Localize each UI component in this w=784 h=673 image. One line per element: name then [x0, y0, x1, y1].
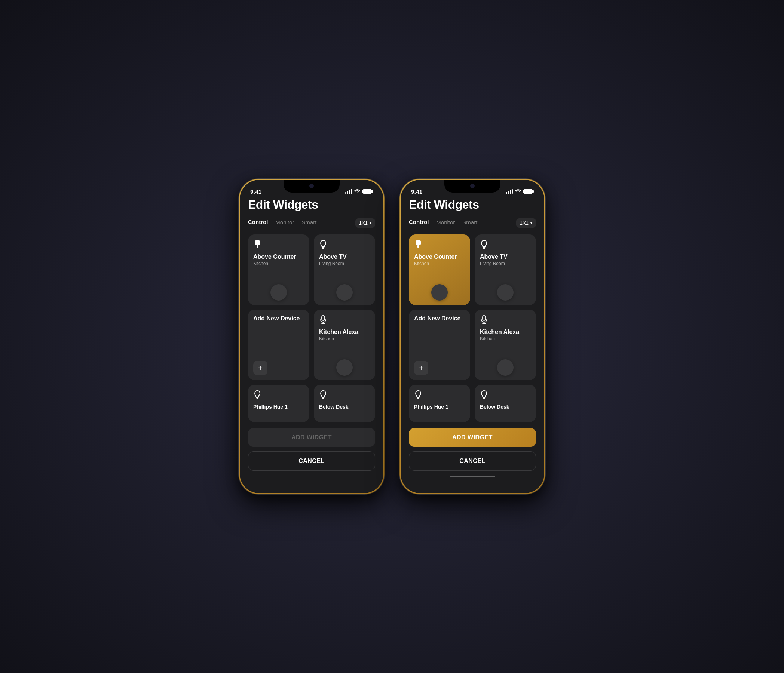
widget-card-above-tv-r[interactable]: Above TVLiving Room — [474, 235, 536, 305]
tab-control[interactable]: Control — [409, 219, 429, 227]
phones-container: 9:41 Edit WidgetsControlMonitorSmart1X1▾… — [224, 164, 560, 509]
partial-widget-name: Phillips Hue 1 — [414, 404, 465, 410]
toggle-button[interactable] — [336, 359, 353, 376]
widget-card-above-counter-sel[interactable]: Above CounterKitchen — [409, 235, 470, 305]
status-time: 9:41 — [411, 188, 422, 195]
widget-grid: Above CounterKitchen Above TVLiving Room… — [248, 235, 375, 380]
partial-widget-icon-bulb — [319, 390, 370, 401]
tab-monitor[interactable]: Monitor — [436, 219, 455, 227]
svg-rect-8 — [417, 245, 419, 248]
battery-icon — [523, 189, 534, 194]
svg-rect-3 — [322, 316, 325, 320]
svg-rect-1 — [255, 240, 260, 245]
tabs-row: ControlMonitorSmart1X1▾ — [248, 218, 375, 228]
page-title: Edit Widgets — [248, 198, 375, 211]
signal-bars-icon — [345, 189, 352, 194]
widget-add-device[interactable]: Add New Device+ — [409, 309, 470, 380]
wifi-icon — [515, 188, 521, 195]
tab-smart[interactable]: Smart — [302, 219, 316, 227]
add-device-title: Add New Device — [414, 315, 465, 322]
widget-location: Kitchen — [414, 261, 465, 266]
home-indicator — [248, 471, 375, 482]
widget-icon-bulb — [480, 240, 531, 251]
plus-icon: + — [258, 364, 263, 371]
tab-smart[interactable]: Smart — [462, 219, 477, 227]
svg-rect-0 — [256, 240, 259, 240]
widget-name: Above Counter — [253, 253, 304, 260]
widget-name: Above TV — [319, 253, 370, 260]
partial-widget-phillips-hue-1[interactable]: Phillips Hue 1 — [248, 385, 310, 422]
phone-left: 9:41 Edit WidgetsControlMonitorSmart1X1▾… — [239, 179, 384, 494]
partial-widget-below-desk-r[interactable]: Below Desk — [474, 385, 536, 422]
widget-location: Kitchen — [319, 336, 370, 341]
widget-grid: Above CounterKitchen Above TVLiving Room… — [409, 235, 536, 380]
chevron-down-icon: ▾ — [530, 221, 532, 225]
partial-widget-icon-bulb — [253, 390, 304, 401]
widget-location: Kitchen — [253, 261, 304, 266]
widget-card-above-tv[interactable]: Above TVLiving Room — [314, 235, 375, 305]
add-widget-button[interactable]: ADD WIDGET — [409, 428, 536, 447]
widget-location: Living Room — [319, 261, 370, 266]
partial-widget-icon-bulb — [414, 390, 465, 401]
partial-widget-name: Below Desk — [319, 404, 370, 410]
size-selector-text: 1X1 — [359, 220, 368, 226]
partial-widget-name: Below Desk — [480, 404, 531, 410]
signal-bars-icon — [506, 189, 513, 194]
partial-widget-icon-bulb — [480, 390, 531, 401]
toggle-button[interactable] — [336, 284, 353, 301]
toggle-container — [253, 284, 304, 301]
notch — [283, 180, 340, 193]
widget-name: Kitchen Alexa — [480, 328, 531, 336]
plus-button[interactable]: + — [414, 361, 428, 375]
toggle-container — [414, 284, 465, 301]
plus-icon: + — [419, 364, 423, 371]
widget-location: Kitchen — [480, 336, 531, 341]
status-time: 9:41 — [250, 188, 261, 195]
partial-widget-phillips-hue-1-r[interactable]: Phillips Hue 1 — [409, 385, 470, 422]
widget-add-device[interactable]: Add New Device+ — [248, 309, 310, 380]
widget-icon-mic — [480, 315, 531, 326]
toggle-button[interactable] — [431, 284, 448, 301]
size-selector[interactable]: 1X1▾ — [355, 218, 375, 228]
toggle-container — [480, 359, 531, 376]
widget-card-above-counter[interactable]: Above CounterKitchen — [248, 235, 310, 305]
widget-card-kitchen-alexa-r[interactable]: Kitchen AlexaKitchen — [474, 309, 536, 380]
widget-name: Kitchen Alexa — [319, 328, 370, 336]
toggle-container — [480, 284, 531, 301]
widget-icon-mic — [319, 315, 370, 326]
toggle-container — [319, 359, 370, 376]
add-device-title: Add New Device — [253, 315, 304, 322]
phone-right: 9:41 Edit WidgetsControlMonitorSmart1X1▾… — [400, 179, 545, 494]
toggle-button[interactable] — [497, 284, 513, 301]
page-title: Edit Widgets — [409, 198, 536, 211]
tabs-row: ControlMonitorSmart1X1▾ — [409, 218, 536, 228]
toggle-button[interactable] — [497, 359, 513, 376]
chevron-down-icon: ▾ — [370, 221, 372, 225]
add-widget-button[interactable]: ADD WIDGET — [248, 428, 375, 447]
widget-icon-plug — [414, 240, 465, 251]
widget-icon-plug — [253, 240, 304, 251]
tab-monitor[interactable]: Monitor — [275, 219, 294, 227]
battery-icon — [362, 189, 373, 194]
plus-button[interactable]: + — [253, 361, 268, 375]
cancel-button[interactable]: CANCEL — [248, 451, 375, 471]
home-indicator — [409, 471, 536, 482]
cancel-button[interactable]: CANCEL — [409, 451, 536, 471]
partial-widget-name: Phillips Hue 1 — [253, 404, 304, 410]
partial-widget-below-desk[interactable]: Below Desk — [314, 385, 375, 422]
tab-control[interactable]: Control — [248, 219, 268, 227]
svg-rect-9 — [482, 316, 485, 320]
widget-card-kitchen-alexa[interactable]: Kitchen AlexaKitchen — [314, 309, 375, 380]
svg-rect-6 — [417, 240, 420, 240]
toggle-container — [319, 284, 370, 301]
widget-icon-bulb — [319, 240, 370, 251]
widget-location: Living Room — [480, 261, 531, 266]
widget-name: Above TV — [480, 253, 531, 260]
wifi-icon — [354, 188, 360, 195]
size-selector[interactable]: 1X1▾ — [516, 218, 536, 228]
size-selector-text: 1X1 — [520, 220, 529, 226]
toggle-button[interactable] — [271, 284, 287, 301]
partial-widget-row: Phillips Hue 1 Below Desk — [248, 385, 375, 422]
partial-widget-row: Phillips Hue 1 Below Desk — [409, 385, 536, 422]
svg-rect-7 — [415, 240, 421, 245]
